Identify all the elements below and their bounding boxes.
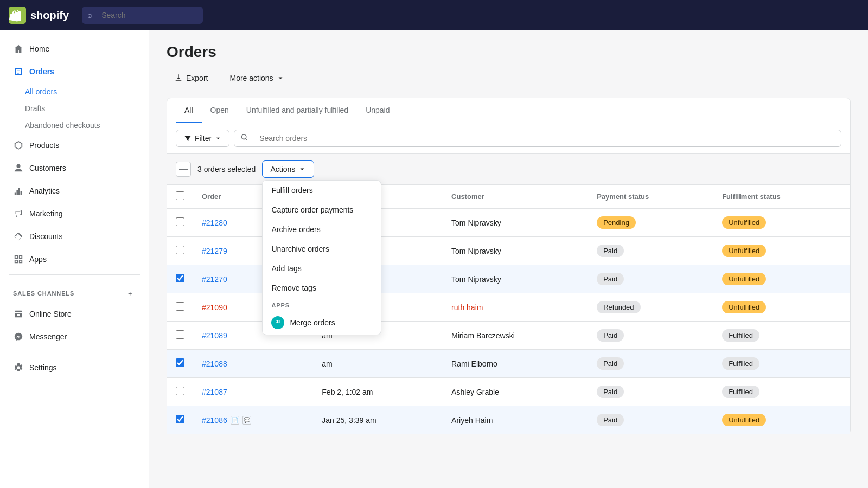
order-link[interactable]: #21086 xyxy=(202,416,227,425)
dropdown-fulfill-orders[interactable]: Fulfill orders xyxy=(263,181,381,200)
apps-icon xyxy=(13,254,24,265)
col-fulfillment: Fulfillment status xyxy=(713,185,850,209)
app-logo[interactable]: shopify xyxy=(9,7,69,24)
search-orders-input[interactable] xyxy=(253,130,841,146)
order-customer: Rami Elborno xyxy=(443,350,588,378)
export-icon xyxy=(174,74,183,82)
order-customer: Tom Nipravsky xyxy=(443,237,588,265)
sidebar-label-orders: Orders xyxy=(29,67,54,76)
fulfillment-badge: Unfulfilled xyxy=(722,216,766,229)
tab-all[interactable]: All xyxy=(176,98,202,123)
sidebar-item-orders[interactable]: Orders xyxy=(4,61,144,82)
fulfillment-badge: Unfulfilled xyxy=(722,245,766,257)
sidebar-label-home: Home xyxy=(29,44,49,53)
tab-unpaid[interactable]: Unpaid xyxy=(357,98,398,123)
analytics-icon xyxy=(13,185,24,196)
sales-channels-section-title: SALES CHANNELS ＋ xyxy=(0,279,149,302)
sidebar: Home Orders All orders Drafts Abandoned … xyxy=(0,30,149,488)
row-checkbox[interactable] xyxy=(176,358,184,367)
payment-badge: Paid xyxy=(597,329,624,342)
main-content: Orders Export More actions All Open Unfu… xyxy=(149,30,868,488)
page-title: Orders xyxy=(167,43,851,61)
orders-tabs: All Open Unfulfilled and partially fulfi… xyxy=(167,98,850,123)
sidebar-divider-2 xyxy=(9,352,140,352)
fulfillment-badge: Unfulfilled xyxy=(722,273,766,285)
filter-icon xyxy=(184,134,192,142)
order-link[interactable]: #21087 xyxy=(202,388,227,396)
sidebar-item-settings[interactable]: Settings xyxy=(4,357,144,378)
dropdown-archive-orders[interactable]: Archive orders xyxy=(263,220,381,239)
dropdown-add-tags[interactable]: Add tags xyxy=(263,259,381,278)
order-link[interactable]: #21279 xyxy=(202,247,227,255)
row-checkbox[interactable] xyxy=(176,415,184,423)
chevron-down-icon xyxy=(277,74,284,82)
payment-badge: Paid xyxy=(597,245,624,257)
order-customer: Tom Nipravsky xyxy=(443,265,588,293)
fulfillment-badge: Fulfilled xyxy=(722,386,760,398)
row-checkbox[interactable] xyxy=(176,246,184,254)
top-navigation: shopify ⌕ xyxy=(0,0,868,30)
actions-dropdown: Fulfill orders Capture order payments Ar… xyxy=(262,180,381,335)
sidebar-subitem-drafts[interactable]: Drafts xyxy=(25,100,144,117)
order-date: am xyxy=(313,350,443,378)
row-checkbox[interactable] xyxy=(176,330,184,339)
row-checkbox[interactable] xyxy=(176,302,184,311)
global-search-input[interactable] xyxy=(82,7,203,24)
sidebar-item-marketing[interactable]: Marketing xyxy=(4,203,144,224)
sidebar-item-discounts[interactable]: Discounts xyxy=(4,226,144,247)
home-icon xyxy=(13,43,24,54)
fulfillment-badge: Fulfilled xyxy=(722,329,760,342)
export-button[interactable]: Export xyxy=(167,69,215,87)
orders-card: All Open Unfulfilled and partially fulfi… xyxy=(167,98,851,434)
order-link[interactable]: #21088 xyxy=(202,359,227,368)
sidebar-subitem-abandoned[interactable]: Abandoned checkouts xyxy=(25,117,144,133)
order-link[interactable]: #21089 xyxy=(202,331,227,340)
payment-badge: Paid xyxy=(597,386,624,398)
dropdown-remove-tags[interactable]: Remove tags xyxy=(263,278,381,298)
search-wrapper: ⌕ xyxy=(82,7,505,24)
sidebar-subitem-all-orders[interactable]: All orders xyxy=(25,84,144,100)
tab-unfulfilled[interactable]: Unfulfilled and partially fulfilled xyxy=(238,98,357,123)
deselect-button[interactable]: — xyxy=(176,162,191,177)
marketing-icon xyxy=(13,208,24,219)
sidebar-item-products[interactable]: Products xyxy=(4,134,144,156)
sidebar-label-apps: Apps xyxy=(29,255,47,264)
app-name: shopify xyxy=(30,9,69,22)
merge-orders-icon xyxy=(271,316,284,329)
more-actions-button[interactable]: More actions xyxy=(222,69,291,87)
filter-button[interactable]: Filter xyxy=(176,130,229,147)
order-link[interactable]: #21090 xyxy=(202,303,227,312)
select-all-checkbox[interactable] xyxy=(176,191,184,200)
row-checkbox[interactable] xyxy=(176,387,184,395)
add-sales-channel-button[interactable]: ＋ xyxy=(125,288,136,299)
chat-icon: 💬 xyxy=(242,416,251,425)
row-checkbox[interactable] xyxy=(176,274,184,282)
sidebar-label-discounts: Discounts xyxy=(29,232,62,241)
order-link[interactable]: #21280 xyxy=(202,219,227,227)
dropdown-unarchive-orders[interactable]: Unarchive orders xyxy=(263,239,381,259)
sidebar-item-customers[interactable]: Customers xyxy=(4,157,144,179)
sidebar-item-apps[interactable]: Apps xyxy=(4,248,144,270)
fulfillment-badge: Unfulfilled xyxy=(722,414,766,426)
customers-icon xyxy=(13,163,24,174)
order-customer: Ariyeh Haim xyxy=(443,406,588,434)
sidebar-label-marketing: Marketing xyxy=(29,209,62,218)
order-customer: Tom Nipravsky xyxy=(443,209,588,237)
settings-icon xyxy=(13,362,24,373)
order-link[interactable]: #21270 xyxy=(202,275,227,284)
sidebar-label-customers: Customers xyxy=(29,164,66,172)
sidebar-item-analytics[interactable]: Analytics xyxy=(4,180,144,202)
sidebar-item-online-store[interactable]: Online Store 👁 xyxy=(4,303,144,325)
row-checkbox[interactable] xyxy=(176,217,184,226)
dropdown-capture-payments[interactable]: Capture order payments xyxy=(263,200,381,220)
sidebar-label-settings: Settings xyxy=(29,363,57,372)
sidebar-item-home[interactable]: Home xyxy=(4,38,144,60)
orders-submenu: All orders Drafts Abandoned checkouts xyxy=(0,84,149,133)
order-date: Feb 2, 1:02 am xyxy=(313,378,443,406)
dropdown-merge-orders[interactable]: Merge orders xyxy=(263,311,381,335)
sidebar-item-messenger[interactable]: Messenger xyxy=(4,326,144,348)
order-customer: Ashley Grable xyxy=(443,378,588,406)
actions-button[interactable]: Actions xyxy=(262,160,314,178)
tab-open[interactable]: Open xyxy=(202,98,238,123)
col-customer: Customer xyxy=(443,185,588,209)
